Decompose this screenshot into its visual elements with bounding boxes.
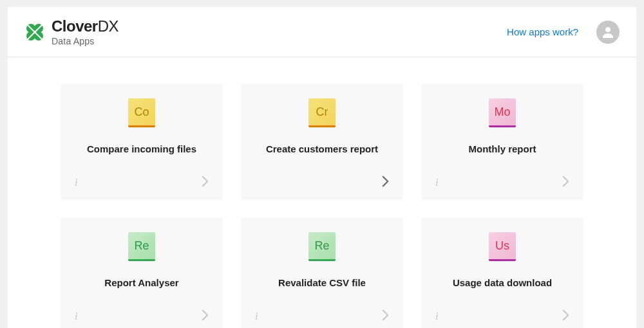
- app-badge: Re: [308, 232, 336, 259]
- card-footer: [252, 173, 392, 192]
- chevron-right-icon[interactable]: [379, 307, 392, 326]
- card-footer: i: [72, 307, 211, 326]
- info-icon[interactable]: i: [252, 307, 261, 325]
- app-badge: Cr: [308, 98, 336, 125]
- card-footer: i: [433, 173, 572, 192]
- app-title: Create customers report: [266, 143, 378, 154]
- app-card[interactable]: UsUsage data downloadi: [421, 218, 583, 328]
- app-card[interactable]: ReReport Analyseri: [61, 218, 223, 328]
- chevron-right-icon[interactable]: [199, 307, 211, 326]
- person-icon: [600, 24, 616, 40]
- brand-subtitle: Data Apps: [52, 37, 118, 46]
- app-badge: Us: [489, 232, 516, 259]
- app-title: Usage data download: [453, 277, 552, 288]
- brand-name: CloverDX: [52, 19, 118, 34]
- chevron-right-icon[interactable]: [560, 173, 572, 192]
- card-footer: i: [72, 173, 211, 192]
- info-icon[interactable]: i: [433, 307, 441, 325]
- app-badge: Re: [128, 232, 155, 259]
- info-icon[interactable]: i: [72, 174, 80, 192]
- app-title: Revalidate CSV file: [278, 277, 366, 288]
- chevron-right-icon[interactable]: [560, 307, 572, 326]
- info-icon[interactable]: i: [72, 307, 80, 325]
- app-badge: Co: [128, 98, 155, 125]
- header: CloverDX Data Apps How apps work?: [8, 7, 636, 57]
- svg-point-6: [605, 27, 611, 32]
- info-icon: [252, 180, 258, 185]
- info-icon[interactable]: i: [433, 174, 441, 192]
- app-card[interactable]: CrCreate customers report: [241, 84, 403, 200]
- app-card[interactable]: ReRevalidate CSV filei: [241, 218, 403, 328]
- app-card[interactable]: MoMonthly reporti: [421, 84, 583, 200]
- app-title: Monthly report: [469, 143, 536, 154]
- user-avatar[interactable]: [596, 21, 620, 44]
- help-link[interactable]: How apps work?: [507, 26, 578, 37]
- app-title: Compare incoming files: [87, 143, 196, 154]
- app-title: Report Analyser: [104, 277, 178, 288]
- card-footer: i: [252, 307, 392, 326]
- chevron-right-icon[interactable]: [199, 173, 211, 192]
- logo-icon: [24, 22, 45, 42]
- app-badge: Mo: [489, 98, 516, 125]
- app-card[interactable]: CoCompare incoming filesi: [61, 84, 223, 200]
- chevron-right-icon[interactable]: [379, 173, 392, 192]
- app-grid: CoCompare incoming filesiCrCreate custom…: [8, 57, 636, 328]
- logo[interactable]: CloverDX Data Apps: [24, 19, 118, 46]
- card-footer: i: [433, 307, 572, 326]
